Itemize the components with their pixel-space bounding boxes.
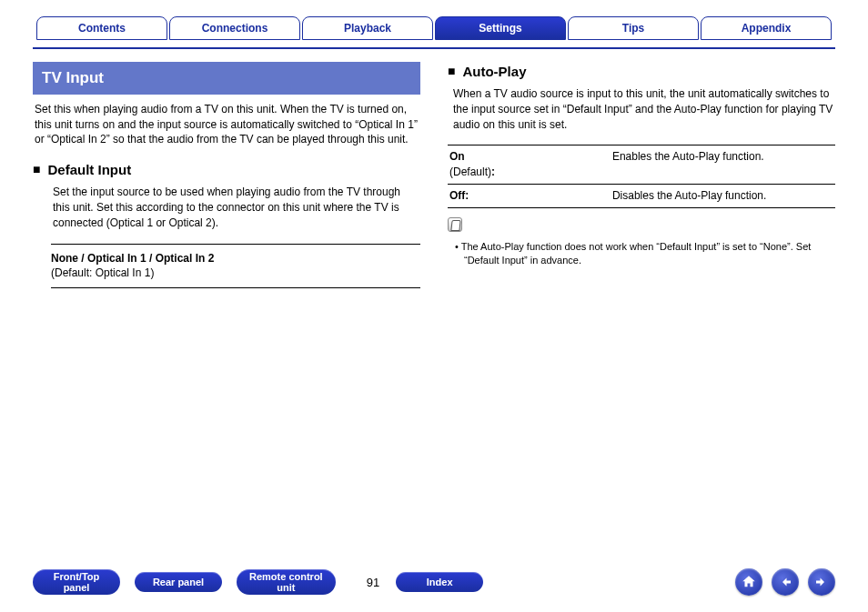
- arrow-right-icon: [813, 574, 830, 590]
- option-key: Off:: [449, 189, 469, 202]
- nav-rear-panel[interactable]: Rear panel: [135, 572, 222, 592]
- table-row: Off: Disables the Auto-Play function.: [448, 184, 835, 207]
- auto-play-note: • The Auto-Play function does not work w…: [453, 240, 835, 268]
- next-page-button[interactable]: [808, 568, 835, 596]
- prev-page-button[interactable]: [772, 568, 799, 596]
- top-nav: Contents Connections Playback Settings T…: [33, 16, 835, 40]
- option-key-sub: (Default):: [449, 166, 495, 178]
- option-key: On: [449, 150, 465, 163]
- section-title-tv-input: TV Input: [33, 62, 420, 95]
- auto-play-options-table: On (Default): Enables the Auto-Play func…: [448, 145, 835, 207]
- home-button[interactable]: [735, 568, 762, 596]
- tab-settings[interactable]: Settings: [435, 16, 566, 40]
- nav-front-top-panel[interactable]: Front/Toppanel: [33, 569, 120, 595]
- square-bullet-icon: ■: [33, 161, 40, 179]
- tv-input-intro: Set this when playing audio from a TV on…: [35, 102, 419, 147]
- default-input-default: (Default: Optical In 1): [51, 266, 154, 279]
- section-heading-default-input: Default Input: [47, 160, 131, 179]
- nav-index[interactable]: Index: [396, 572, 483, 592]
- square-bullet-icon: ■: [448, 63, 455, 81]
- option-value: Enables the Auto-Play function.: [611, 145, 835, 185]
- auto-play-desc: When a TV audio source is input to this …: [453, 86, 833, 132]
- note-icon: [448, 217, 462, 232]
- tab-contents[interactable]: Contents: [36, 16, 167, 40]
- tab-connections[interactable]: Connections: [169, 16, 300, 40]
- left-column: TV Input Set this when playing audio fro…: [33, 62, 420, 292]
- home-icon: [741, 574, 757, 590]
- default-input-options: None / Optical In 1 / Optical In 2: [51, 252, 214, 265]
- tab-playback[interactable]: Playback: [302, 16, 433, 40]
- section-heading-auto-play: Auto-Play: [462, 62, 526, 81]
- bottom-nav: Front/Toppanel Rear panel Remote control…: [33, 568, 835, 596]
- right-column: ■ Auto-Play When a TV audio source is in…: [448, 62, 835, 292]
- option-value: Disables the Auto-Play function.: [611, 184, 835, 207]
- nav-remote-control-unit[interactable]: Remote controlunit: [237, 569, 336, 595]
- page-number: 91: [367, 576, 379, 589]
- tab-appendix[interactable]: Appendix: [701, 16, 832, 40]
- table-row: On (Default): Enables the Auto-Play func…: [448, 145, 835, 185]
- default-input-desc: Set the input source to be used when pla…: [53, 185, 419, 230]
- tab-tips[interactable]: Tips: [568, 16, 699, 40]
- arrow-left-icon: [777, 574, 793, 590]
